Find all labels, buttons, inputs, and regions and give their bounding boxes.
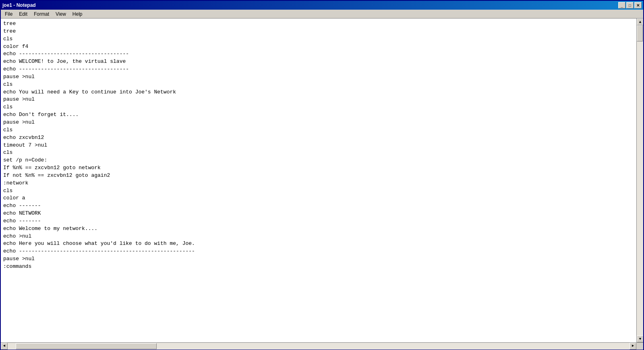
scroll-left-button[interactable]: ◄ — [1, 343, 8, 350]
menu-format[interactable]: Format — [31, 10, 52, 18]
vertical-scrollbar: ▲ ▼ — [636, 19, 643, 342]
menu-file[interactable]: File — [2, 10, 16, 18]
scroll-up-button[interactable]: ▲ — [637, 19, 643, 25]
menu-help[interactable]: Help — [69, 10, 86, 18]
scroll-v-track[interactable] — [637, 25, 643, 336]
horizontal-scrollbar: ◄ ► — [1, 342, 643, 349]
editor-area: tree tree cls color f4 echo ------------… — [1, 19, 643, 342]
menu-view[interactable]: View — [52, 10, 69, 18]
scroll-h-track[interactable] — [8, 343, 630, 350]
menu-edit[interactable]: Edit — [16, 10, 31, 18]
scroll-down-button[interactable]: ▼ — [637, 336, 643, 342]
scroll-v-thumb[interactable] — [637, 25, 643, 41]
minimize-button[interactable]: _ — [618, 2, 625, 8]
scrollbar-corner — [636, 343, 643, 350]
window-title: joe1 - Notepad — [2, 2, 36, 8]
close-button[interactable]: ✕ — [634, 2, 642, 8]
title-bar-buttons: _ □ ✕ — [618, 2, 642, 8]
scroll-h-thumb[interactable] — [16, 343, 157, 349]
maximize-button[interactable]: □ — [626, 2, 634, 8]
text-editor[interactable]: tree tree cls color f4 echo ------------… — [1, 19, 636, 342]
menu-bar: File Edit Format View Help — [1, 10, 643, 19]
title-bar: joe1 - Notepad _ □ ✕ — [1, 1, 643, 10]
scroll-right-button[interactable]: ► — [630, 343, 636, 350]
notepad-window: joe1 - Notepad _ □ ✕ File Edit Format Vi… — [0, 0, 644, 350]
